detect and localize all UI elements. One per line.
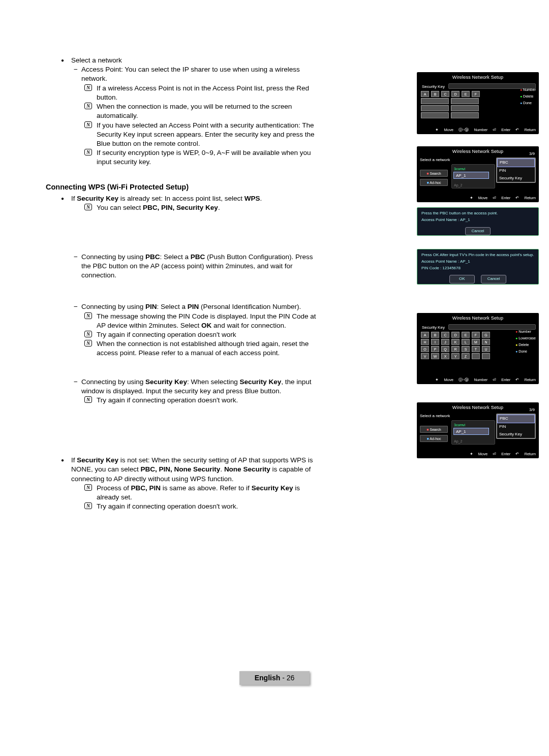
kb-key[interactable]: F xyxy=(472,91,480,97)
kb-key[interactable]: E xyxy=(462,91,470,97)
kb-key[interactable] xyxy=(472,353,480,359)
t: : Select a xyxy=(160,253,191,261)
adhoc-button[interactable]: ■ Ad-hoc xyxy=(420,179,448,186)
ap-selected[interactable]: AP_1 xyxy=(453,428,489,435)
t: Security Key xyxy=(77,195,118,202)
pin-text: Press OK After input TV's Pin code in th… xyxy=(421,253,534,258)
kb-key[interactable]: H xyxy=(421,339,429,345)
kb-key[interactable]: Y xyxy=(451,353,460,359)
kb-key[interactable]: K xyxy=(451,339,460,345)
popup-pbc[interactable]: PBC xyxy=(497,159,535,167)
kb-key[interactable]: G xyxy=(482,332,490,338)
search-button[interactable]: ■ Search xyxy=(420,426,448,433)
footer-language: English xyxy=(255,674,281,682)
kb-key[interactable]: V xyxy=(421,353,429,359)
kb-key[interactable] xyxy=(451,105,479,111)
t: is same as above. Refer to if xyxy=(161,484,252,492)
popup-seckey[interactable]: Security Key xyxy=(497,175,535,182)
kb-key[interactable]: I xyxy=(431,339,439,345)
kb-key[interactable] xyxy=(451,98,479,104)
ap-item[interactable]: 3comvi xyxy=(454,423,465,427)
popup-seckey[interactable]: Security Key xyxy=(497,431,535,438)
t: Number xyxy=(474,377,487,382)
note-text: If you have selected an Access Point wit… xyxy=(97,121,314,147)
kb-key[interactable]: A xyxy=(421,332,429,338)
t: If xyxy=(71,195,77,202)
kb-key[interactable]: C xyxy=(441,91,449,97)
kb-key[interactable]: B xyxy=(431,91,439,97)
ui-network-list-wps: Wireless Network Setup Select a network … xyxy=(417,146,539,202)
ui-title: Wireless Network Setup xyxy=(417,72,539,83)
kb-key[interactable]: B xyxy=(431,332,439,338)
kb-key[interactable]: F xyxy=(472,332,480,338)
t: Search xyxy=(430,172,441,175)
none-popup: PBC PIN Security Key xyxy=(496,414,536,439)
kb-key[interactable]: Z xyxy=(462,353,470,359)
popup-pbc[interactable]: PBC xyxy=(497,415,535,423)
bullet-select-network: Select a network xyxy=(30,56,320,65)
kb-key[interactable]: R xyxy=(451,346,460,352)
ap-item[interactable]: Ap_2 xyxy=(454,439,462,444)
note-can-select: N You can select PBC, PIN, Security Key. xyxy=(30,203,320,212)
note-icon: N xyxy=(84,396,92,403)
kb-key[interactable] xyxy=(482,353,490,359)
t: Connecting by using xyxy=(81,303,145,310)
kb-key[interactable]: X xyxy=(441,353,449,359)
t: Security Key xyxy=(252,484,293,492)
kb-key[interactable]: J xyxy=(441,339,449,345)
note-3: NIf you have selected an Access Point wi… xyxy=(30,121,320,149)
popup-pin[interactable]: PIN xyxy=(497,423,535,431)
kb-key[interactable]: W xyxy=(431,353,439,359)
ui-footer: ✦ Move ⏎ Enter ↶ Return xyxy=(417,194,539,202)
t: Return xyxy=(524,452,536,456)
kb-key[interactable] xyxy=(451,112,479,118)
t: You can select xyxy=(97,204,143,211)
t: . xyxy=(220,465,224,473)
t: Move xyxy=(478,452,487,456)
kb-key[interactable]: U xyxy=(482,346,490,352)
wps-seckey: Connecting by using Security Key: When s… xyxy=(30,377,320,405)
ok-button[interactable]: OK xyxy=(449,275,475,284)
ap-item[interactable]: Ap_2 xyxy=(454,183,462,187)
kb-key[interactable]: A xyxy=(421,91,429,97)
ap-selected[interactable]: AP_1 xyxy=(453,172,489,179)
t: Connecting by using xyxy=(81,378,145,386)
kb-key[interactable]: E xyxy=(462,332,470,338)
kb-key[interactable]: C xyxy=(441,332,449,338)
kb-key[interactable]: P xyxy=(431,346,439,352)
t: . xyxy=(218,204,220,211)
kb-key[interactable]: N xyxy=(482,339,490,345)
ap-item[interactable]: 3comvi xyxy=(454,167,465,171)
kb-key[interactable]: O xyxy=(421,346,429,352)
wps-already-set: If Security Key is already set: In acces… xyxy=(30,194,320,212)
kb-key[interactable]: T xyxy=(472,346,480,352)
t: Delete xyxy=(518,343,529,346)
ui-title: Wireless Network Setup xyxy=(417,313,539,324)
t: Try again if connecting operation doesn'… xyxy=(97,331,236,338)
kb-key[interactable]: Q xyxy=(441,346,449,352)
kb-key[interactable] xyxy=(421,105,449,111)
kb-key[interactable]: L xyxy=(462,339,470,345)
t: Number xyxy=(474,128,487,132)
search-button[interactable]: ■ Search xyxy=(420,170,448,177)
t: Number xyxy=(523,88,536,91)
kb-key[interactable]: D xyxy=(451,91,460,97)
t: Enter xyxy=(501,196,510,200)
note-text: When the connection is made, you will be… xyxy=(97,103,292,119)
kb-key[interactable]: M xyxy=(472,339,480,345)
kb-key[interactable]: S xyxy=(462,346,470,352)
kb-key[interactable] xyxy=(421,112,449,118)
adhoc-button[interactable]: ■ Ad-hoc xyxy=(420,435,448,442)
wps-not-set: If Security Key is not set: When the sec… xyxy=(30,456,320,511)
cancel-button[interactable]: Cancel xyxy=(481,275,506,284)
t: Done xyxy=(518,350,527,353)
bullet-already-set: If Security Key is already set: In acces… xyxy=(30,194,320,203)
kb-key[interactable] xyxy=(421,98,449,104)
t: Delete xyxy=(523,94,533,98)
kb-key[interactable]: D xyxy=(451,332,460,338)
label-seckey: Security Key xyxy=(419,83,448,91)
cancel-button[interactable]: Cancel xyxy=(465,227,491,236)
note-icon: N xyxy=(84,312,92,319)
popup-pin[interactable]: PIN xyxy=(497,167,535,175)
t: Return xyxy=(524,377,536,382)
